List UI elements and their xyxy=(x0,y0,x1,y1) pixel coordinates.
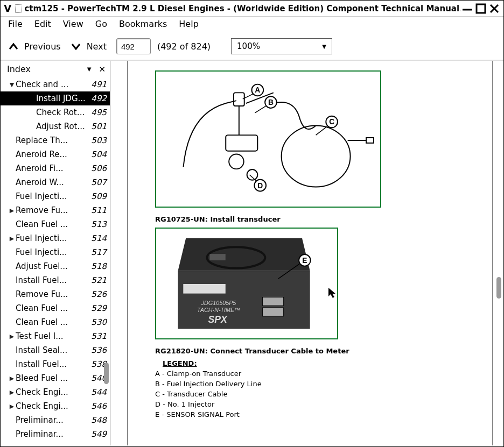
legend-item: A - Clamp-on Transducer xyxy=(155,370,465,378)
menu-go[interactable]: Go xyxy=(95,19,107,29)
figure2-caption: RG21820-UN: Connect Transducer Cable to … xyxy=(155,347,465,355)
outline-item[interactable]: Adjust Fuel...518 xyxy=(1,259,110,273)
chevron-right-icon[interactable]: ▶ xyxy=(1,389,16,396)
chevron-down-icon[interactable]: ▼ xyxy=(1,81,16,88)
outline-label: Aneroid Re... xyxy=(16,150,86,159)
outline-item[interactable]: ▶Remove Fu...511 xyxy=(1,203,110,217)
outline-label: Fuel Injecti... xyxy=(16,247,86,257)
document-view[interactable]: A B C D RG10725-UN: Install transducer xyxy=(111,61,503,445)
outline-label: Bleed Fuel ... xyxy=(16,373,86,383)
outline-item[interactable]: ▶Check Engi...544 xyxy=(1,385,110,399)
menu-bookmarks[interactable]: Bookmarks xyxy=(119,19,167,29)
svg-point-8 xyxy=(247,169,258,180)
outline-item[interactable]: Clean Fuel ...529 xyxy=(1,301,110,315)
sidebar-header: Index ▼ ✕ xyxy=(1,61,110,77)
chevron-right-icon[interactable]: ▶ xyxy=(1,333,16,340)
outline-item[interactable]: Replace Th...503 xyxy=(1,133,110,147)
chevron-right-icon[interactable]: ▶ xyxy=(1,207,16,214)
sidebar-dropdown-icon[interactable]: ▼ xyxy=(87,66,92,72)
menu-help[interactable]: Help xyxy=(179,19,198,29)
outline-label: Aneroid W... xyxy=(16,178,86,187)
menu-edit[interactable]: Edit xyxy=(34,19,51,29)
outline-item[interactable]: Aneroid Re...504 xyxy=(1,147,110,161)
svg-rect-4 xyxy=(234,93,244,106)
outline-item[interactable]: Check Rota...495 xyxy=(1,105,110,119)
chevron-right-icon[interactable]: ▶ xyxy=(1,235,16,242)
svg-rect-28 xyxy=(262,297,283,306)
previous-button[interactable]: Previous xyxy=(24,41,61,52)
previous-icon[interactable] xyxy=(8,41,19,52)
svg-text:B: B xyxy=(268,98,274,107)
outline-item[interactable]: Install Seal...536 xyxy=(1,343,110,357)
outline-label: Check Rota... xyxy=(36,108,86,117)
chevron-right-icon[interactable]: ▶ xyxy=(1,375,16,382)
outline-label: Replace Th... xyxy=(16,136,86,145)
document-scrollbar[interactable] xyxy=(495,61,502,445)
svg-text:D: D xyxy=(257,182,263,190)
svg-marker-38 xyxy=(328,288,335,298)
menu-view[interactable]: View xyxy=(63,19,83,29)
outline-item[interactable]: Clean Fuel ...513 xyxy=(1,217,110,231)
outline-item[interactable]: Fuel Injecti...517 xyxy=(1,245,110,259)
page: A B C D RG10725-UN: Install transducer xyxy=(127,61,493,445)
minimize-button[interactable] xyxy=(460,3,474,15)
outline-item[interactable]: ▼Check and ...491 xyxy=(1,77,110,91)
mouse-cursor-icon xyxy=(328,288,337,301)
legend-heading: LEGEND: xyxy=(163,359,465,367)
outline-label: Preliminar... xyxy=(16,429,86,439)
chevron-right-icon[interactable]: ▶ xyxy=(1,403,16,410)
sidebar: Index ▼ ✕ ▼Check and ...491Install JDG..… xyxy=(1,61,111,445)
menu-file[interactable]: File xyxy=(8,19,23,29)
figure-connect-cable: JDG10505P5 TACH-N-TIME™ SPX E xyxy=(155,228,338,339)
outline-label: Fuel Injecti... xyxy=(16,191,86,201)
sidebar-scroll-thumb[interactable] xyxy=(104,363,109,384)
svg-line-21 xyxy=(316,126,328,135)
outline-item[interactable]: Remove Fu...526 xyxy=(1,287,110,301)
outline-item[interactable]: Install Fuel...538 xyxy=(1,357,110,371)
svg-text:A: A xyxy=(255,86,260,94)
outline-item[interactable]: ▶Bleed Fuel ...540 xyxy=(1,371,110,385)
next-button[interactable]: Next xyxy=(87,41,107,52)
outline-label: Install JDG... xyxy=(36,94,86,103)
svg-rect-12 xyxy=(366,138,374,143)
outline-item[interactable]: Fuel Injecti...509 xyxy=(1,189,110,203)
outline-tree[interactable]: ▼Check and ...491Install JDG...492Check … xyxy=(1,77,110,445)
outline-item[interactable]: Aneroid W...507 xyxy=(1,175,110,189)
sidebar-scrollbar[interactable] xyxy=(102,77,110,445)
legend-item: E - SENSOR SIGNAL Port xyxy=(155,410,465,418)
svg-text:JDG10505P5: JDG10505P5 xyxy=(201,300,237,306)
outline-item[interactable]: Install JDG...492 xyxy=(1,91,110,105)
maximize-button[interactable] xyxy=(474,3,487,15)
close-button[interactable] xyxy=(488,3,501,15)
app-icon: V xyxy=(3,3,13,15)
toolbar: Previous Next (492 of 824) 100% ▼ xyxy=(1,33,503,61)
outline-item[interactable]: Install Fuel...521 xyxy=(1,273,110,287)
outline-item[interactable]: Preliminar...549 xyxy=(1,427,110,441)
sidebar-close-icon[interactable]: ✕ xyxy=(99,65,106,74)
outline-item[interactable]: Adjust Rot...501 xyxy=(1,119,110,133)
outline-item[interactable]: ▶Test Fuel I...531 xyxy=(1,329,110,343)
svg-rect-1 xyxy=(477,4,485,13)
outline-item[interactable]: ▶Fuel Injecti...514 xyxy=(1,231,110,245)
outline-item[interactable]: Preliminar...548 xyxy=(1,413,110,427)
outline-label: Fuel Injecti... xyxy=(16,233,86,243)
window-title: ctm125 - PowerTechTM 2.9 L Diesel Engine… xyxy=(24,4,460,13)
outline-item[interactable]: Aneroid Fi...506 xyxy=(1,161,110,175)
outline-label: Check Engi... xyxy=(16,401,86,411)
next-icon[interactable] xyxy=(71,41,81,52)
document-scroll-thumb[interactable] xyxy=(496,277,501,299)
outline-item[interactable]: Clean Fuel ...530 xyxy=(1,315,110,329)
page-input[interactable] xyxy=(116,38,151,54)
zoom-select[interactable]: 100% ▼ xyxy=(231,38,332,54)
outline-item[interactable]: ▶Check Engi...546 xyxy=(1,399,110,413)
zoom-value: 100% xyxy=(237,41,260,51)
chevron-down-icon: ▼ xyxy=(322,44,326,49)
figure-install-transducer: A B C D xyxy=(155,70,381,208)
svg-point-7 xyxy=(229,154,244,169)
outline-label: Adjust Rot... xyxy=(36,122,86,131)
main: Index ▼ ✕ ▼Check and ...491Install JDG..… xyxy=(1,61,503,445)
svg-text:TACH-N-TIME™: TACH-N-TIME™ xyxy=(197,307,240,313)
outline-label: Install Seal... xyxy=(16,345,86,355)
outline-label: Aneroid Fi... xyxy=(16,164,86,173)
svg-rect-6 xyxy=(226,135,257,151)
